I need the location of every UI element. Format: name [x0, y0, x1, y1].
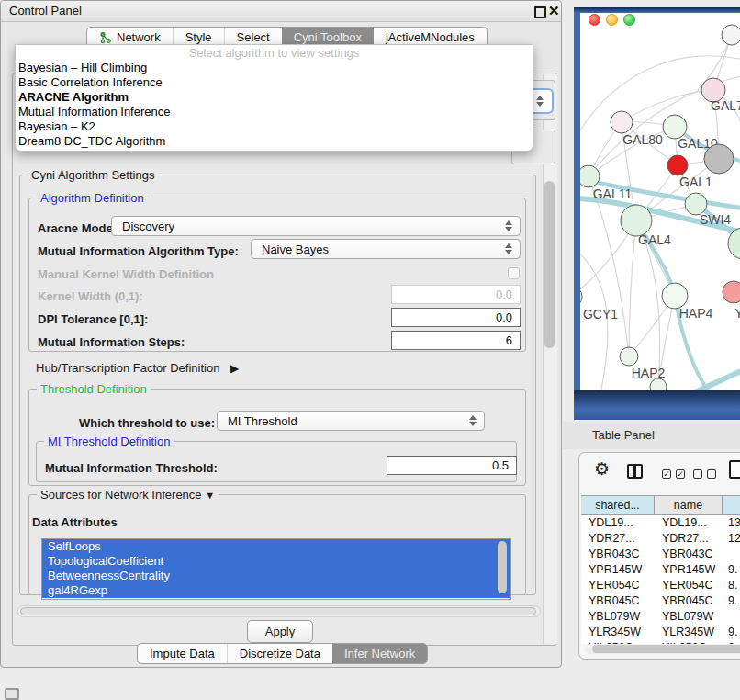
tab-infer-network[interactable]: Infer Network — [332, 644, 427, 663]
network-node-hap4[interactable] — [662, 283, 688, 309]
table-cell[interactable]: 13 — [723, 515, 740, 531]
node-label: GAL4 — [638, 232, 671, 247]
algorithm-option[interactable]: Mutual Information Inference — [16, 105, 533, 119]
table-row[interactable]: YBR045CYBR045C9. — [581, 593, 740, 609]
mi-threshold-input[interactable]: 0.5 — [387, 456, 517, 475]
table-cell[interactable]: YBR045C — [581, 593, 655, 609]
algorithm-option[interactable]: Bayesian – Hill Climbing — [16, 61, 533, 75]
table-cell[interactable]: 9. — [723, 593, 740, 609]
settings-vertical-scrollbar-thumb[interactable] — [544, 181, 555, 348]
select-all-columns-icon[interactable]: ✓ ✓ — [662, 469, 685, 479]
table-row[interactable]: YBR043CYBR043C — [581, 547, 740, 562]
tab-label: Cyni Toolbox — [294, 30, 362, 44]
aracne-mode-select[interactable]: Discovery — [111, 216, 521, 236]
table-cell[interactable] — [723, 609, 740, 625]
scrollbar-thumb[interactable] — [592, 645, 740, 653]
control-panel-titlebar[interactable]: Control Panel ✕ — [1, 1, 561, 22]
node-label: HAP2 — [632, 366, 666, 380]
group-title: MI Threshold Definition — [44, 435, 174, 448]
gear-icon[interactable]: ⚙ — [594, 459, 610, 480]
network-node-gal1[interactable] — [667, 155, 688, 175]
data-attribute-item[interactable]: SelfLoops — [42, 539, 510, 554]
data-attribute-item[interactable]: BetweennessCentrality — [42, 569, 510, 583]
table-cell[interactable]: YDR27... — [655, 531, 723, 547]
table-row[interactable]: YDL19...YDL19...13 — [581, 515, 740, 531]
group-title: Threshold Definition — [37, 382, 151, 396]
column-header-clipped[interactable] — [723, 496, 740, 514]
table-panel-title: Table Panel — [592, 422, 655, 449]
scrollbar-thumb[interactable] — [20, 607, 536, 615]
table-cell[interactable]: YPR145W — [655, 562, 723, 578]
table-cell[interactable]: YBR045C — [655, 593, 723, 609]
kernel-width-input: 0.0 — [391, 285, 521, 304]
apply-button[interactable]: Apply — [247, 620, 313, 643]
table-cell[interactable]: YPR145W — [581, 562, 655, 578]
algorithm-option[interactable]: Basic Correlation Inference — [16, 75, 533, 90]
table-cell[interactable]: YER054C — [655, 578, 723, 593]
network-node[interactable] — [650, 378, 667, 391]
deselect-all-columns-icon[interactable] — [693, 469, 716, 479]
dpi-tolerance-label: DPI Tolerance [0,1]: — [38, 310, 148, 329]
tab-discretize-data[interactable]: Discretize Data — [227, 644, 332, 663]
which-threshold-label: Which threshold to use: — [79, 413, 215, 434]
table-cell[interactable]: YDL19... — [655, 515, 723, 531]
hub-definition-toggle[interactable]: Hub/Transcription Factor Definition ▶ — [36, 361, 239, 375]
network-node-gal11[interactable] — [580, 165, 600, 187]
export-table-icon[interactable] — [729, 460, 740, 479]
column-header-name[interactable]: name — [655, 496, 723, 514]
table-row[interactable]: YLR345WYLR345W9. — [581, 625, 740, 640]
network-node-hap2[interactable] — [620, 347, 638, 366]
settings-horizontal-scrollbar[interactable] — [17, 605, 541, 617]
dpi-tolerance-input[interactable]: 0.0 — [391, 308, 521, 327]
mi-algorithm-type-select[interactable]: Naive Bayes — [251, 239, 521, 259]
network-node-gal4[interactable] — [621, 205, 652, 236]
network-canvas[interactable]: GAL7GAL80GAL10GAL1GAL11SWI4GAL4GCY1HAP4Y… — [580, 13, 740, 391]
table-cell[interactable]: 9. — [723, 562, 740, 578]
table-cell[interactable]: YBR043C — [581, 547, 655, 562]
table-row[interactable]: YBL079WYBL079W — [581, 609, 740, 625]
expanded-arrow-icon[interactable]: ▼ — [205, 490, 215, 501]
table-cell[interactable]: 9. — [723, 625, 740, 640]
data-attribute-item[interactable]: TopologicalCoefficient — [42, 554, 510, 569]
attributes-list-scrollbar[interactable] — [497, 540, 508, 597]
network-view-window[interactable]: GAL7GAL80GAL10GAL1GAL11SWI4GAL4GCY1HAP4Y… — [574, 7, 740, 420]
close-icon[interactable]: ✕ — [548, 2, 560, 20]
table-row[interactable]: YPR145WYPR145W9. — [581, 562, 740, 578]
network-node-y[interactable] — [723, 281, 740, 303]
table-cell[interactable]: YDL19... — [581, 515, 655, 531]
table-cell[interactable]: YDR27... — [581, 531, 655, 547]
column-layout-icon[interactable] — [627, 464, 643, 479]
group-title: Cyni Algorithm Settings — [28, 168, 158, 182]
table-cell[interactable] — [723, 547, 740, 562]
float-window-icon[interactable] — [534, 6, 546, 18]
network-node[interactable] — [722, 25, 740, 45]
network-node[interactable] — [704, 144, 734, 174]
table-row[interactable]: YDR27...YDR27...12 — [581, 531, 740, 547]
table-cell[interactable]: YBL079W — [655, 609, 723, 625]
node-label: SWI4 — [700, 212, 731, 227]
collapsed-arrow-icon[interactable]: ▶ — [230, 362, 239, 375]
table-cell[interactable]: 12 — [723, 531, 740, 547]
data-attributes-list[interactable]: SelfLoopsTopologicalCoefficientBetweenne… — [41, 538, 511, 600]
tab-impute-data[interactable]: Impute Data — [138, 644, 227, 663]
algorithm-option[interactable]: Bayesian – K2 — [16, 119, 533, 134]
algorithm-option[interactable]: ARACNE Algorithm — [16, 90, 533, 105]
mi-steps-input[interactable]: 6 — [391, 331, 521, 350]
table-cell[interactable]: YBR043C — [655, 547, 723, 562]
table-cell[interactable]: YLR345W — [581, 625, 655, 640]
table-cell[interactable]: YBL079W — [581, 609, 655, 625]
table-panel-header: Table Panel — [563, 422, 740, 449]
table-cell[interactable]: YLR345W — [655, 625, 723, 640]
algorithm-option[interactable]: Dream8 DC_TDC Algorithm — [16, 134, 533, 149]
table-cell[interactable]: YER054C — [581, 578, 655, 593]
network-node-gal80[interactable] — [611, 111, 633, 133]
data-attribute-item[interactable]: gal4RGexp — [42, 583, 510, 598]
dock-panel-icon[interactable] — [5, 688, 19, 700]
which-threshold-select[interactable]: MI Threshold — [217, 411, 485, 431]
column-header-shared-name[interactable]: shared... — [581, 496, 655, 514]
table-horizontal-scrollbar[interactable] — [585, 644, 740, 654]
table-row[interactable]: YER054CYER054C8. — [581, 578, 740, 593]
manual-kernel-width-checkbox — [508, 267, 520, 279]
table-cell[interactable]: 8. — [723, 578, 740, 593]
bottom-tabs: Impute Data Discretize Data Infer Networ… — [137, 643, 428, 664]
